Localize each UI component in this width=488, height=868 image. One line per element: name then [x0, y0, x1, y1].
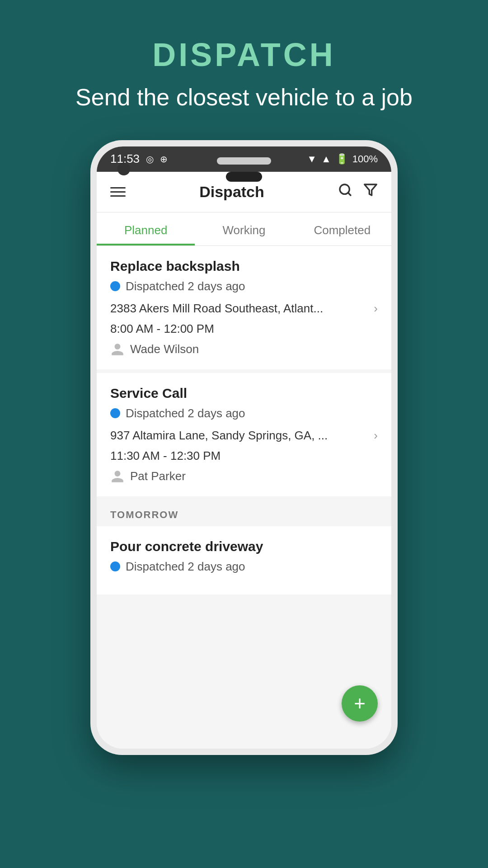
status-dot-1: [110, 281, 120, 291]
section-tomorrow: TOMORROW: [97, 500, 391, 526]
time-range-2: 11:30 AM - 12:30 PM: [110, 449, 378, 463]
tabs: Planned Working Completed: [97, 212, 391, 246]
address-row-2: 937 Altamira Lane, Sandy Springs, GA, ..…: [110, 429, 378, 443]
menu-line-2: [110, 191, 126, 193]
dispatch-status-2: Dispatched 2 days ago: [110, 406, 378, 420]
job-title-1: Replace backsplash: [110, 259, 378, 274]
wifi-icon: ▼: [307, 153, 317, 165]
status-icons: ▼ ▲ 🔋 100%: [307, 153, 378, 165]
chevron-icon-2: ›: [374, 429, 378, 443]
menu-button[interactable]: [110, 187, 126, 197]
phone-frame: 11:53 ◎ ⊕ ▼ ▲ 🔋 100% Dispatch: [90, 140, 398, 755]
dispatch-status-tomorrow-1: Dispatched 2 days ago: [110, 560, 378, 574]
job-card-1[interactable]: Replace backsplash Dispatched 2 days ago…: [97, 246, 391, 369]
camera: [117, 163, 130, 175]
fab-add-button[interactable]: +: [342, 685, 378, 722]
menu-line-1: [110, 187, 126, 189]
menu-line-3: [110, 195, 126, 197]
status-dot-tomorrow-1: [110, 561, 120, 571]
tab-planned[interactable]: Planned: [97, 212, 195, 245]
header-area: DISPATCH Send the closest vehicle to a j…: [0, 0, 488, 140]
dispatch-status-1: Dispatched 2 days ago: [110, 279, 378, 293]
app-bar-actions: [338, 183, 378, 201]
speaker: [217, 157, 271, 165]
tab-completed[interactable]: Completed: [293, 212, 391, 245]
app-title: DISPATCH: [152, 36, 335, 73]
battery-icon: 🔋: [336, 153, 348, 165]
filter-button[interactable]: [363, 183, 378, 201]
chevron-icon-1: ›: [374, 302, 378, 316]
status-left: 11:53 ◎ ⊕: [110, 152, 168, 166]
assignee-row-2: Pat Parker: [110, 469, 378, 484]
job-card-tomorrow-1[interactable]: Pour concrete driveway Dispatched 2 days…: [97, 526, 391, 594]
address-2: 937 Altamira Lane, Sandy Springs, GA, ..…: [110, 429, 374, 443]
status-text-tomorrow-1: Dispatched 2 days ago: [126, 560, 245, 574]
battery-percent: 100%: [352, 153, 378, 165]
tab-working[interactable]: Working: [195, 212, 293, 245]
status-dot-2: [110, 408, 120, 418]
time-range-1: 8:00 AM - 12:00 PM: [110, 322, 378, 336]
front-button: [226, 172, 262, 182]
signal-icon: ▲: [321, 153, 331, 165]
job-card-2[interactable]: Service Call Dispatched 2 days ago 937 A…: [97, 373, 391, 496]
search-button[interactable]: [338, 183, 352, 201]
person-icon-2: [110, 469, 125, 484]
status-text-1: Dispatched 2 days ago: [126, 279, 245, 293]
svg-line-1: [348, 193, 351, 195]
phone-inner: 11:53 ◎ ⊕ ▼ ▲ 🔋 100% Dispatch: [97, 146, 391, 749]
app-subtitle: Send the closest vehicle to a job: [75, 82, 413, 113]
job-title-tomorrow-1: Pour concrete driveway: [110, 539, 378, 554]
address-row-1: 2383 Akers Mill Road Southeast, Atlant..…: [110, 302, 378, 316]
address-1: 2383 Akers Mill Road Southeast, Atlant..…: [110, 302, 374, 316]
location-icon: ◎: [146, 154, 154, 165]
assignee-row-1: Wade Wilson: [110, 342, 378, 357]
job-title-2: Service Call: [110, 386, 378, 401]
status-text-2: Dispatched 2 days ago: [126, 406, 245, 420]
content-area: Replace backsplash Dispatched 2 days ago…: [97, 246, 391, 749]
assignee-2: Pat Parker: [130, 469, 186, 483]
app-bar-title: Dispatch: [126, 183, 338, 201]
svg-marker-2: [365, 184, 377, 195]
person-icon-1: [110, 342, 125, 357]
vpn-icon: ⊕: [160, 154, 168, 165]
assignee-1: Wade Wilson: [130, 342, 199, 356]
